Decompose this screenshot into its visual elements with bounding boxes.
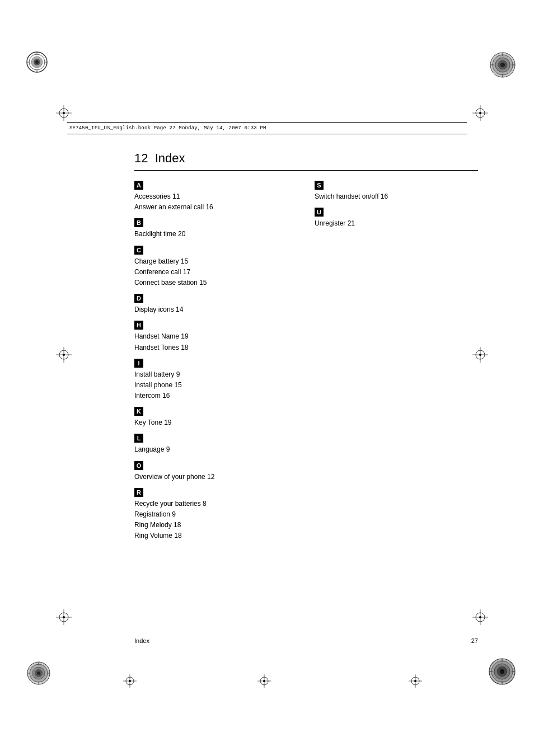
index-item: Handset Name 19 xyxy=(134,331,298,342)
index-columns: AAccessories 11Answer an external call 1… xyxy=(134,181,478,547)
index-item: Conference call 17 xyxy=(134,267,298,278)
index-items-l: Language 9 xyxy=(134,444,298,455)
index-item: Recycle your batteries 8 xyxy=(134,499,298,509)
index-items-o: Overview of your phone 12 xyxy=(134,472,298,482)
corner-decoration-tr xyxy=(488,50,517,82)
index-section-d: DDisplay icons 14 xyxy=(134,294,298,315)
letter-badge-s: S xyxy=(315,181,324,190)
index-item: Key Tone 19 xyxy=(134,417,298,428)
index-item: Install battery 9 xyxy=(134,369,298,380)
index-item: Ring Melody 18 xyxy=(134,520,298,530)
index-section-b: BBacklight time 20 xyxy=(134,218,298,240)
index-col-right: SSwitch handset on/off 16UUnregister 21 xyxy=(315,181,478,547)
index-items-b: Backlight time 20 xyxy=(134,229,298,240)
main-content: 12 Index AAccessories 11Answer an extern… xyxy=(134,151,478,655)
letter-badge-c: C xyxy=(134,246,143,255)
letter-badge-d: D xyxy=(134,294,143,303)
letter-badge-a: A xyxy=(134,181,143,190)
letter-badge-h: H xyxy=(134,321,143,330)
index-item: Display icons 14 xyxy=(134,304,298,315)
reg-mark-top-left xyxy=(56,105,72,123)
letter-badge-u: U xyxy=(315,208,324,217)
index-item: Ring Volume 18 xyxy=(134,530,298,541)
index-section-l: LLanguage 9 xyxy=(134,434,298,455)
reg-mark-bottom-right xyxy=(409,674,422,690)
index-item: Overview of your phone 12 xyxy=(134,472,298,482)
index-items-k: Key Tone 19 xyxy=(134,417,298,428)
svg-point-4 xyxy=(35,60,39,64)
index-items-h: Handset Name 19Handset Tones 18 xyxy=(134,331,298,353)
index-item: Answer an external call 16 xyxy=(134,202,298,213)
index-col-left: AAccessories 11Answer an external call 1… xyxy=(134,181,298,547)
reg-mark-mid-left xyxy=(56,347,72,365)
index-section-a: AAccessories 11Answer an external call 1… xyxy=(134,181,298,213)
reg-mark-top-right xyxy=(472,105,488,123)
index-items-i: Install battery 9Install phone 15Interco… xyxy=(134,369,298,402)
reg-mark-bottom-center xyxy=(257,674,271,690)
index-section-c: CCharge battery 15Conference call 17Conn… xyxy=(134,246,298,289)
corner-decoration-tl xyxy=(25,50,49,76)
index-section-s: SSwitch handset on/off 16 xyxy=(315,181,478,202)
index-items-u: Unregister 21 xyxy=(315,218,478,229)
index-item: Unregister 21 xyxy=(315,218,478,229)
letter-badge-b: B xyxy=(134,218,143,227)
index-section-r: RRecycle your batteries 8Registration 9R… xyxy=(134,488,298,542)
reg-mark-bot-left xyxy=(56,609,72,627)
corner-decoration-bl xyxy=(25,660,52,689)
index-items-d: Display icons 14 xyxy=(134,304,298,315)
chapter-number: 12 xyxy=(134,151,148,165)
svg-point-31 xyxy=(500,669,504,674)
page: SE7450_IFU_US_English.book Page 27 Monda… xyxy=(0,0,534,756)
corner-decoration-br xyxy=(487,656,517,689)
svg-point-22 xyxy=(37,672,40,675)
index-item: Registration 9 xyxy=(134,509,298,520)
index-item: Charge battery 15 xyxy=(134,256,298,267)
footer-page-number: 27 xyxy=(471,637,478,644)
letter-badge-k: K xyxy=(134,407,143,416)
index-item: Handset Tones 18 xyxy=(134,342,298,353)
reg-mark-bottom-left xyxy=(123,674,137,690)
index-item: Language 9 xyxy=(134,444,298,455)
chapter-name: Index xyxy=(155,151,185,165)
chapter-title: 12 Index xyxy=(134,151,478,171)
index-item: Accessories 11 xyxy=(134,191,298,202)
svg-point-13 xyxy=(500,63,505,67)
index-items-a: Accessories 11Answer an external call 16 xyxy=(134,191,298,213)
index-items-s: Switch handset on/off 16 xyxy=(315,191,478,202)
index-item: Connect base station 15 xyxy=(134,278,298,288)
index-section-i: IInstall battery 9Install phone 15Interc… xyxy=(134,359,298,402)
letter-badge-l: L xyxy=(134,434,143,443)
index-section-h: HHandset Name 19Handset Tones 18 xyxy=(134,321,298,353)
header-file-info: SE7450_IFU_US_English.book Page 27 Monda… xyxy=(69,125,266,131)
letter-badge-o: O xyxy=(134,461,143,470)
index-items-c: Charge battery 15Conference call 17Conne… xyxy=(134,256,298,289)
index-items-r: Recycle your batteries 8Registration 9Ri… xyxy=(134,499,298,542)
index-section-u: UUnregister 21 xyxy=(315,208,478,229)
letter-badge-r: R xyxy=(134,488,143,497)
index-item: Switch handset on/off 16 xyxy=(315,191,478,202)
footer-label: Index xyxy=(134,637,149,644)
footer: Index 27 xyxy=(134,637,478,644)
index-item: Install phone 15 xyxy=(134,380,298,391)
header-bar: SE7450_IFU_US_English.book Page 27 Monda… xyxy=(67,122,467,134)
letter-badge-i: I xyxy=(134,359,143,368)
index-section-k: KKey Tone 19 xyxy=(134,407,298,428)
index-section-o: OOverview of your phone 12 xyxy=(134,461,298,482)
index-item: Intercom 16 xyxy=(134,391,298,401)
index-item: Backlight time 20 xyxy=(134,229,298,240)
